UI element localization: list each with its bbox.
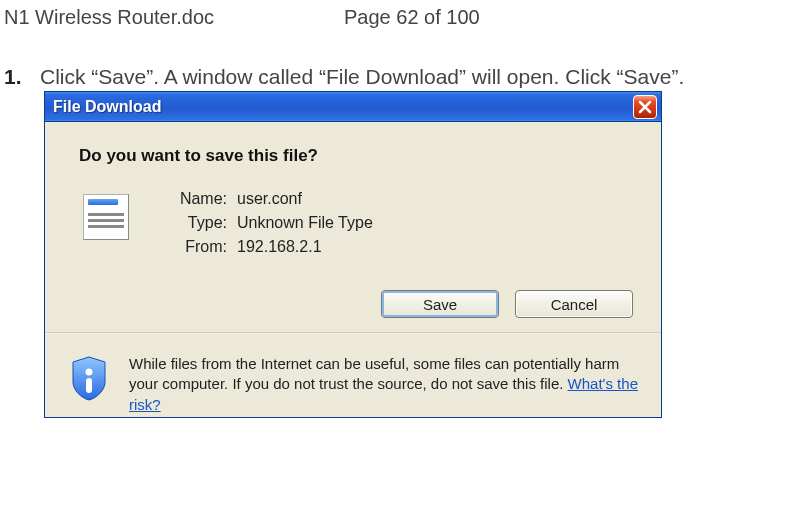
type-value: Unknown File Type — [237, 214, 633, 232]
warning-area: While files from the Internet can be use… — [45, 334, 661, 417]
document-header: N1 Wireless Router.doc Page 62 of 100 — [4, 6, 799, 29]
name-label: Name: — [167, 190, 237, 208]
document-page-number: Page 62 of 100 — [344, 6, 480, 29]
instruction-text: Click “Save”. A window called “File Down… — [40, 65, 799, 89]
from-value: 192.168.2.1 — [237, 238, 633, 256]
cancel-button[interactable]: Cancel — [515, 290, 633, 318]
instruction-number: 1. — [4, 65, 40, 89]
name-value: user.conf — [237, 190, 633, 208]
document-filename: N1 Wireless Router.doc — [4, 6, 344, 29]
shield-icon — [67, 354, 111, 406]
dialog-button-row: Save Cancel — [45, 262, 661, 332]
close-button[interactable] — [633, 95, 657, 119]
file-properties: Name: user.conf Type: Unknown File Type … — [133, 190, 633, 262]
instruction-step: 1. Click “Save”. A window called “File D… — [4, 65, 799, 89]
warning-message: While files from the Internet can be use… — [129, 355, 619, 392]
titlebar[interactable]: File Download — [45, 92, 661, 122]
dialog-title: File Download — [53, 98, 633, 116]
warning-text: While files from the Internet can be use… — [129, 354, 639, 415]
save-button[interactable]: Save — [381, 290, 499, 318]
file-download-dialog: File Download Do you want to save this f… — [44, 91, 662, 418]
close-icon — [638, 100, 652, 114]
type-label: Type: — [167, 214, 237, 232]
dialog-prompt: Do you want to save this file? — [79, 146, 633, 166]
file-icon — [79, 190, 133, 240]
svg-rect-1 — [86, 378, 92, 393]
from-label: From: — [167, 238, 237, 256]
svg-point-0 — [86, 369, 93, 376]
